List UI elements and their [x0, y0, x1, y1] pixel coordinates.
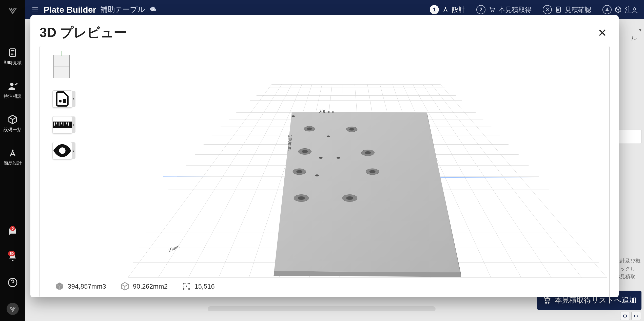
- sidebar-item-label: 即時見積: [4, 60, 22, 66]
- document-title: 補助テーブル: [100, 5, 145, 15]
- close-icon[interactable]: ✕: [595, 25, 610, 40]
- svg-line-39: [128, 85, 271, 277]
- svg-rect-82: [63, 99, 66, 103]
- background-input[interactable]: [617, 130, 642, 144]
- step-order[interactable]: 4 注文: [602, 5, 638, 14]
- svg-point-69: [296, 170, 302, 173]
- sidebar-bell-icon[interactable]: 50: [7, 252, 19, 262]
- app-title: Plate Builder: [44, 5, 96, 15]
- svg-rect-1: [11, 50, 14, 51]
- svg-marker-57: [274, 112, 460, 272]
- modal-title: 3D プレビュー: [40, 24, 127, 42]
- svg-point-61: [307, 128, 312, 130]
- stat-area: 90,262mm2: [133, 283, 168, 290]
- points-icon: [182, 282, 191, 291]
- svg-point-79: [337, 157, 340, 159]
- dimension-depth: 200mm: [287, 135, 293, 151]
- preview-modal: 3D プレビュー ✕: [30, 15, 619, 297]
- svg-point-95: [186, 286, 187, 287]
- step-number: 3: [543, 5, 552, 14]
- svg-point-16: [545, 302, 547, 303]
- left-sidebar: 即時見積 特注相談 設備一括 簡易設計 0 50: [0, 0, 25, 321]
- step-label: 注文: [625, 5, 638, 14]
- sidebar-help-icon[interactable]: [7, 277, 19, 288]
- svg-point-81: [59, 100, 62, 103]
- measure-button[interactable]: [52, 116, 72, 133]
- cart-add-icon: [542, 296, 551, 305]
- 3d-viewport[interactable]: 200mm 200mm 10mm 394,857mm3 90,262mm2: [40, 46, 610, 297]
- step-confirm-quote[interactable]: 3 見積確認: [543, 5, 591, 14]
- step-number: 1: [430, 5, 439, 14]
- background-help-text: 設計及び概 リックし 本見積取: [615, 257, 642, 280]
- svg-point-78: [319, 157, 323, 159]
- svg-point-67: [365, 151, 371, 154]
- svg-point-71: [369, 170, 376, 173]
- hamburger-icon[interactable]: [31, 5, 39, 14]
- stat-points: 15,516: [194, 283, 215, 290]
- svg-point-2: [11, 53, 12, 53]
- visibility-button[interactable]: [52, 142, 72, 159]
- svg-point-3: [12, 53, 13, 53]
- svg-point-17: [548, 302, 549, 303]
- step-label: 見積確認: [565, 5, 591, 14]
- export-file-button[interactable]: [52, 90, 72, 108]
- sidebar-item-instant-quote[interactable]: 即時見積: [4, 48, 22, 66]
- svg-point-12: [445, 7, 446, 8]
- step-nav: 1 設計 2 本見積取得 3 見積確認 4 注文: [430, 5, 638, 14]
- step-label: 本見積取得: [499, 5, 532, 14]
- background-text: ル: [631, 34, 637, 42]
- svg-point-73: [298, 196, 305, 200]
- area-icon: [120, 282, 129, 291]
- cloud-saved-icon: [149, 5, 157, 14]
- dimension-width: 200mm: [319, 109, 334, 114]
- svg-line-55: [440, 85, 607, 277]
- step-number: 4: [602, 5, 612, 14]
- volume-icon: [55, 282, 64, 291]
- svg-point-77: [327, 136, 330, 137]
- svg-point-63: [349, 128, 354, 131]
- sidebar-avatar-icon[interactable]: [7, 303, 19, 315]
- notification-badge: 50: [8, 251, 15, 256]
- stat-volume: 394,857mm3: [68, 283, 106, 290]
- svg-point-75: [346, 196, 353, 200]
- step-get-quote[interactable]: 2 本見積取得: [476, 5, 532, 14]
- compass-icon: [442, 6, 449, 13]
- expand-view-button[interactable]: [631, 312, 641, 320]
- sidebar-item-equipment-batch[interactable]: 設備一括: [4, 114, 22, 133]
- sidebar-item-custom-consult[interactable]: 特注相談: [4, 81, 22, 99]
- step-design[interactable]: 1 設計: [430, 5, 465, 14]
- svg-point-65: [302, 150, 308, 153]
- svg-point-9: [12, 150, 14, 151]
- step-label: 設計: [452, 5, 465, 14]
- step-number: 2: [476, 5, 485, 14]
- package-icon: [615, 6, 622, 13]
- horizontal-scrollbar[interactable]: [208, 306, 436, 311]
- svg-point-8: [10, 83, 13, 86]
- sidebar-chat-icon[interactable]: 0: [7, 227, 19, 237]
- svg-line-41: [188, 85, 292, 277]
- svg-point-80: [315, 174, 319, 176]
- compress-view-button[interactable]: [620, 312, 630, 320]
- chat-badge: 0: [10, 226, 15, 231]
- svg-point-6: [12, 54, 13, 55]
- cart-icon: [489, 6, 496, 13]
- sidebar-item-label: 簡易設計: [4, 160, 22, 166]
- svg-point-4: [13, 53, 14, 53]
- svg-point-76: [292, 115, 295, 117]
- calculator-icon: [555, 6, 562, 13]
- svg-point-5: [11, 54, 12, 55]
- model-stats: 394,857mm3 90,262mm2 15,516: [55, 282, 215, 291]
- svg-point-14: [493, 11, 494, 12]
- sidebar-item-label: 特注相談: [4, 93, 22, 99]
- sidebar-item-label: 設備一括: [4, 127, 22, 133]
- sidebar-item-simple-design[interactable]: 簡易設計: [4, 148, 22, 166]
- svg-point-13: [491, 11, 492, 12]
- logo-icon[interactable]: [7, 5, 18, 17]
- svg-point-7: [13, 54, 14, 55]
- background-dropdown[interactable]: ▾: [639, 27, 641, 33]
- view-cube[interactable]: [53, 55, 70, 78]
